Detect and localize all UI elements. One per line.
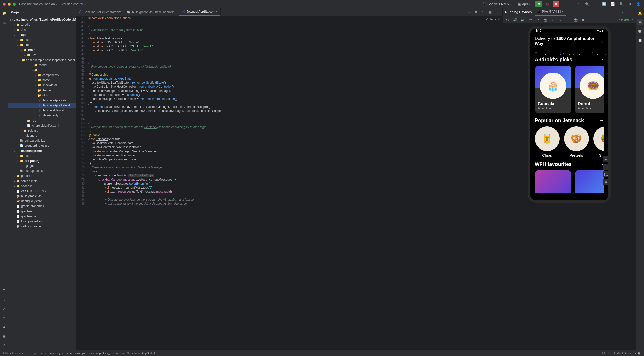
editor-tab-1[interactable]: ⓚBaselineProfileGenerator.kt (76, 8, 124, 16)
tab-dropdown-icon[interactable]: ⌄ (466, 9, 472, 15)
project-tool-icon[interactable]: 📁 (1, 10, 7, 16)
back-icon[interactable]: ◁ (550, 17, 556, 23)
profiler-icon[interactable]: 📈 (610, 1, 616, 7)
device-selector[interactable]: 📱 Google Pixel 5 ⌄ (480, 1, 514, 7)
inspection-badge[interactable]: ✓14∧∨ (486, 17, 500, 21)
tree-components[interactable]: ›📁components (8, 73, 76, 78)
tree-localprops[interactable]: 📄local.properties (8, 219, 76, 224)
screenshot-icon[interactable]: 📷 (542, 17, 548, 23)
device-tab[interactable]: 📱 Pixel 5 API 33 × (535, 8, 566, 16)
volume-up-icon[interactable]: 🔊 (512, 17, 518, 23)
tree-gradlewbat[interactable]: 📄gradlew.bat (8, 214, 76, 219)
breadcrumb[interactable]: ▢ baseline-profiles› ▢ app› src› ▢ main›… (3, 351, 156, 355)
view-mode-3-icon[interactable]: ▦ (487, 9, 493, 15)
run-config-selector[interactable]: ▣ app ⌄ (516, 1, 533, 7)
filter-gluten[interactable]: Gluten-free (563, 52, 589, 55)
tree-theme[interactable]: ›📁theme (8, 88, 76, 93)
arrow-right-icon[interactable]: → (599, 118, 604, 123)
hide-panel-icon[interactable]: — (627, 9, 633, 15)
indent-setting[interactable]: 4 spaces (625, 352, 636, 355)
view-mode-1-icon[interactable]: ≡ (473, 9, 479, 15)
close-icon[interactable]: × (216, 10, 217, 13)
zoom-fit-icon[interactable]: 1:1 (603, 171, 609, 177)
overview-icon[interactable]: □ (565, 17, 571, 23)
tree-jsappstate[interactable]: ⓚJetsnackAppState.kt (8, 103, 76, 108)
snack-card-donut[interactable]: 🍩 Donut A tag line (575, 66, 604, 113)
filter-organic[interactable]: Organic (540, 52, 561, 55)
tree-root-buildgradle[interactable]: 🐘build.gradle.kts (8, 194, 76, 199)
tree-utils[interactable]: ›📁utils (8, 93, 76, 98)
filter-dairy[interactable]: Dairy-free (592, 52, 608, 55)
phone-screen[interactable]: 4:17 ▾▴▮ Delivery to 1600 Amphitheater W… (528, 26, 611, 203)
device-mirror-icon[interactable]: ▣ (637, 19, 643, 25)
tree-model[interactable]: ›📁model (8, 63, 76, 68)
tree-manifest[interactable]: 📄AndroidManifest.xml (8, 123, 76, 128)
tree-bp-src[interactable]: ›📁src [main] (8, 158, 76, 163)
tree-screenshots[interactable]: ›📁screenshots (8, 179, 76, 184)
add-device-icon[interactable]: + (569, 9, 575, 15)
vcs-selector[interactable]: Version control ⌄ (62, 2, 86, 6)
cursor-position[interactable]: 1:1 (602, 352, 605, 355)
tree-gradle[interactable]: ›📁.gradle (8, 22, 76, 27)
stop-button[interactable]: ■ (553, 1, 559, 7)
tree-spotless[interactable]: ›📁spotless (8, 184, 76, 189)
gradle-icon[interactable]: 🐘 (637, 28, 643, 34)
resource-manager-icon[interactable]: 🖼 (1, 19, 7, 25)
editor-tab-2[interactable]: 🐘build.gradle.kts (:baselineprofile) (124, 8, 179, 16)
tree-gradleprops[interactable]: 📄gradle.properties (8, 204, 76, 209)
text-tool-icon[interactable]: T (1, 287, 7, 293)
rotate-left-icon[interactable]: ↶ (527, 17, 533, 23)
tree-bp-gitignore[interactable]: ◌.gitignore (8, 163, 76, 168)
tree-snackdetail[interactable]: ›📁snackdetail (8, 83, 76, 88)
extended-icon[interactable]: ⋯ (588, 17, 594, 23)
code-lines[interactable]: import kotlinx.coroutines.launch /** * D… (87, 16, 502, 350)
popular-chips[interactable]: 🥫Chips (535, 126, 560, 157)
tree-gitignore-app[interactable]: ◌.gitignore (8, 133, 76, 138)
tree-release[interactable]: ›📁release (8, 128, 76, 133)
more-actions[interactable]: ⋮ (562, 1, 568, 7)
tree-gradle-folder[interactable]: ›📁gradle (8, 173, 76, 179)
close-window[interactable] (3, 3, 6, 6)
snack-card-wfh2[interactable] (575, 170, 604, 203)
filter-icon[interactable]: ≡ (535, 52, 537, 55)
terminal-tool-icon[interactable]: ▣ (1, 333, 7, 339)
tree-home[interactable]: ›📁home (8, 78, 76, 83)
account-icon[interactable]: 👤 (635, 1, 641, 7)
tree-src[interactable]: ⌄📁src (8, 42, 76, 47)
camera-icon[interactable]: 📸 (573, 17, 579, 23)
volume-down-icon[interactable]: 🔉 (520, 17, 526, 23)
tree-assets-license[interactable]: 📄ASSETS_LICENSE (8, 189, 76, 194)
tree-main[interactable]: ⌄📁main (8, 47, 76, 52)
zoom-out-icon[interactable]: − (603, 164, 609, 170)
git-tool-icon[interactable]: ⎇ (1, 306, 7, 312)
close-icon[interactable]: × (562, 10, 563, 13)
layout-inspector-icon[interactable]: 🔲 (637, 37, 643, 43)
notifications-icon[interactable]: 🔔 (637, 10, 643, 16)
tab-more-icon[interactable]: ⋮ (494, 9, 500, 15)
line-ending[interactable]: LF (607, 352, 610, 355)
editor-tab-3[interactable]: ⓚJetsnackAppState.kt× (179, 8, 221, 16)
tree-jsapp[interactable]: ⓚJetsnackApplication (8, 98, 76, 103)
tree-package[interactable]: ⌄📁com.example.baselineprofiles_codel (8, 57, 76, 63)
tree-jsmain[interactable]: ⓚJetsnackMain.kt (8, 108, 76, 113)
run-button[interactable]: ↻ (535, 1, 542, 7)
zoom-in-icon[interactable]: + (603, 156, 609, 162)
snack-card-wfh1[interactable] (535, 170, 571, 203)
snack-card-cupcake[interactable]: 🧁 Cupcake A tag line (535, 66, 571, 113)
project-panel-header[interactable]: Project ⌄ (8, 8, 76, 16)
readonly-lock-icon[interactable]: 🔒 (637, 351, 641, 355)
arrow-right-icon[interactable]: → (599, 57, 604, 62)
vcs-tool-icon[interactable]: ⎌ (1, 342, 7, 348)
power-icon[interactable]: ⏻ (505, 17, 511, 23)
tree-app[interactable]: ⌄▢app (8, 32, 76, 37)
popular-smoothie[interactable]: 🍓Smooth (593, 126, 604, 157)
tree-ui[interactable]: ⌄📁ui (8, 68, 76, 73)
address-selector[interactable]: Delivery to 1600 Amphitheater Way ⌄ (535, 36, 604, 46)
inspect-icon[interactable]: 🔍 (584, 1, 590, 7)
record-icon[interactable]: ⏺ (580, 17, 586, 23)
gradle-sync-icon[interactable]: 🔄 (601, 1, 607, 7)
structure-icon[interactable]: ☰ (593, 1, 599, 7)
tree-bp-buildgradle[interactable]: 🐘build.gradle.kts (8, 168, 76, 173)
popular-pretzels[interactable]: 🥨Pretzels (564, 126, 589, 157)
run-tool-icon[interactable]: ▷ (1, 296, 7, 303)
